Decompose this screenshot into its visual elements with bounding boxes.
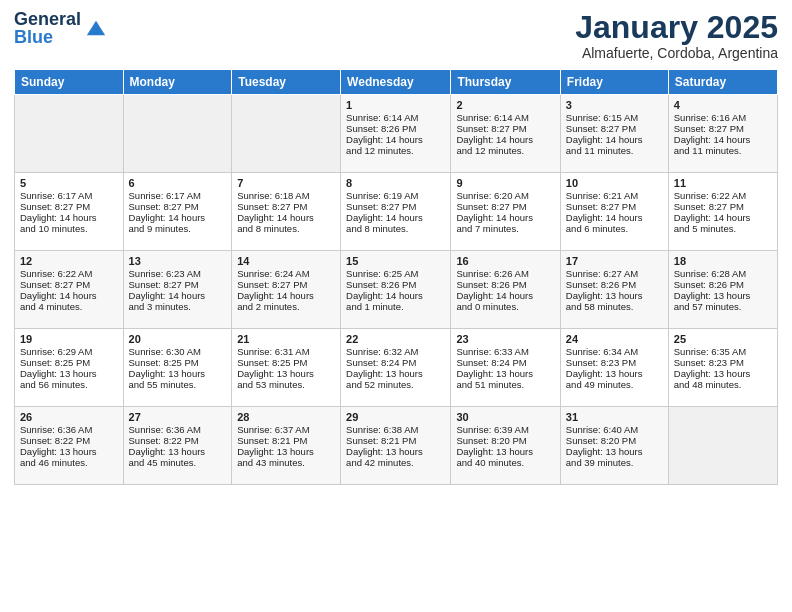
day-info: Sunset: 8:27 PM xyxy=(237,201,335,212)
day-info: Sunrise: 6:32 AM xyxy=(346,346,445,357)
day-info: and 1 minute. xyxy=(346,301,445,312)
calendar-cell: 30Sunrise: 6:39 AMSunset: 8:20 PMDayligh… xyxy=(451,407,560,485)
day-info: Daylight: 13 hours xyxy=(129,446,227,457)
day-info: Sunrise: 6:24 AM xyxy=(237,268,335,279)
day-info: and 48 minutes. xyxy=(674,379,772,390)
day-number: 7 xyxy=(237,177,335,189)
calendar-cell: 10Sunrise: 6:21 AMSunset: 8:27 PMDayligh… xyxy=(560,173,668,251)
day-number: 22 xyxy=(346,333,445,345)
calendar-cell: 24Sunrise: 6:34 AMSunset: 8:23 PMDayligh… xyxy=(560,329,668,407)
day-info: Sunrise: 6:36 AM xyxy=(129,424,227,435)
calendar-cell: 14Sunrise: 6:24 AMSunset: 8:27 PMDayligh… xyxy=(232,251,341,329)
day-number: 19 xyxy=(20,333,118,345)
calendar-week-row: 5Sunrise: 6:17 AMSunset: 8:27 PMDaylight… xyxy=(15,173,778,251)
day-info: Sunrise: 6:14 AM xyxy=(456,112,554,123)
day-number: 8 xyxy=(346,177,445,189)
day-info: Sunrise: 6:21 AM xyxy=(566,190,663,201)
svg-marker-0 xyxy=(87,21,105,36)
calendar-cell: 20Sunrise: 6:30 AMSunset: 8:25 PMDayligh… xyxy=(123,329,232,407)
header-sunday: Sunday xyxy=(15,70,124,95)
day-info: Daylight: 14 hours xyxy=(674,212,772,223)
day-number: 15 xyxy=(346,255,445,267)
day-info: and 12 minutes. xyxy=(456,145,554,156)
day-info: and 42 minutes. xyxy=(346,457,445,468)
calendar-week-row: 19Sunrise: 6:29 AMSunset: 8:25 PMDayligh… xyxy=(15,329,778,407)
calendar-cell: 5Sunrise: 6:17 AMSunset: 8:27 PMDaylight… xyxy=(15,173,124,251)
day-info: Daylight: 13 hours xyxy=(674,290,772,301)
day-info: Sunrise: 6:36 AM xyxy=(20,424,118,435)
day-info: Sunrise: 6:27 AM xyxy=(566,268,663,279)
day-info: Daylight: 13 hours xyxy=(566,290,663,301)
day-number: 24 xyxy=(566,333,663,345)
day-info: Daylight: 14 hours xyxy=(346,212,445,223)
day-info: Sunset: 8:27 PM xyxy=(20,279,118,290)
calendar-cell: 26Sunrise: 6:36 AMSunset: 8:22 PMDayligh… xyxy=(15,407,124,485)
day-number: 3 xyxy=(566,99,663,111)
day-info: and 45 minutes. xyxy=(129,457,227,468)
calendar-week-row: 12Sunrise: 6:22 AMSunset: 8:27 PMDayligh… xyxy=(15,251,778,329)
calendar-cell: 27Sunrise: 6:36 AMSunset: 8:22 PMDayligh… xyxy=(123,407,232,485)
title-block: January 2025 Almafuerte, Cordoba, Argent… xyxy=(575,10,778,61)
day-info: and 8 minutes. xyxy=(346,223,445,234)
day-info: Sunset: 8:27 PM xyxy=(674,201,772,212)
day-info: Sunrise: 6:34 AM xyxy=(566,346,663,357)
day-info: Sunrise: 6:29 AM xyxy=(20,346,118,357)
day-number: 5 xyxy=(20,177,118,189)
day-info: Sunset: 8:26 PM xyxy=(346,123,445,134)
day-info: and 55 minutes. xyxy=(129,379,227,390)
calendar-week-row: 1Sunrise: 6:14 AMSunset: 8:26 PMDaylight… xyxy=(15,95,778,173)
calendar-cell: 3Sunrise: 6:15 AMSunset: 8:27 PMDaylight… xyxy=(560,95,668,173)
day-info: Sunset: 8:27 PM xyxy=(674,123,772,134)
day-info: Daylight: 14 hours xyxy=(20,212,118,223)
day-number: 13 xyxy=(129,255,227,267)
calendar-cell: 9Sunrise: 6:20 AMSunset: 8:27 PMDaylight… xyxy=(451,173,560,251)
day-info: Daylight: 13 hours xyxy=(456,446,554,457)
day-info: Daylight: 14 hours xyxy=(456,134,554,145)
day-info: and 11 minutes. xyxy=(566,145,663,156)
day-number: 20 xyxy=(129,333,227,345)
day-info: Sunset: 8:27 PM xyxy=(129,201,227,212)
day-info: Sunset: 8:27 PM xyxy=(20,201,118,212)
day-number: 11 xyxy=(674,177,772,189)
day-info: Sunset: 8:26 PM xyxy=(566,279,663,290)
day-info: Sunrise: 6:17 AM xyxy=(20,190,118,201)
day-number: 26 xyxy=(20,411,118,423)
day-info: Sunrise: 6:39 AM xyxy=(456,424,554,435)
header-saturday: Saturday xyxy=(668,70,777,95)
day-number: 4 xyxy=(674,99,772,111)
day-number: 14 xyxy=(237,255,335,267)
day-info: Daylight: 14 hours xyxy=(237,212,335,223)
day-info: Daylight: 13 hours xyxy=(20,446,118,457)
calendar-cell xyxy=(668,407,777,485)
calendar-cell: 25Sunrise: 6:35 AMSunset: 8:23 PMDayligh… xyxy=(668,329,777,407)
day-info: Sunrise: 6:22 AM xyxy=(674,190,772,201)
location-subtitle: Almafuerte, Cordoba, Argentina xyxy=(575,45,778,61)
day-info: Sunset: 8:22 PM xyxy=(20,435,118,446)
day-info: Daylight: 13 hours xyxy=(456,368,554,379)
day-info: Daylight: 14 hours xyxy=(129,212,227,223)
day-info: Daylight: 14 hours xyxy=(456,290,554,301)
day-info: Daylight: 14 hours xyxy=(346,134,445,145)
day-info: and 39 minutes. xyxy=(566,457,663,468)
day-info: and 10 minutes. xyxy=(20,223,118,234)
day-info: Daylight: 14 hours xyxy=(20,290,118,301)
day-number: 10 xyxy=(566,177,663,189)
day-info: Sunrise: 6:22 AM xyxy=(20,268,118,279)
day-info: Sunrise: 6:35 AM xyxy=(674,346,772,357)
day-number: 25 xyxy=(674,333,772,345)
day-info: Sunset: 8:27 PM xyxy=(566,201,663,212)
day-info: and 11 minutes. xyxy=(674,145,772,156)
calendar-cell: 7Sunrise: 6:18 AMSunset: 8:27 PMDaylight… xyxy=(232,173,341,251)
day-info: Sunrise: 6:17 AM xyxy=(129,190,227,201)
day-info: and 52 minutes. xyxy=(346,379,445,390)
day-number: 2 xyxy=(456,99,554,111)
calendar-cell: 23Sunrise: 6:33 AMSunset: 8:24 PMDayligh… xyxy=(451,329,560,407)
day-number: 30 xyxy=(456,411,554,423)
day-info: Daylight: 14 hours xyxy=(566,134,663,145)
day-info: Daylight: 14 hours xyxy=(566,212,663,223)
day-info: and 49 minutes. xyxy=(566,379,663,390)
calendar-cell: 8Sunrise: 6:19 AMSunset: 8:27 PMDaylight… xyxy=(341,173,451,251)
calendar-week-row: 26Sunrise: 6:36 AMSunset: 8:22 PMDayligh… xyxy=(15,407,778,485)
day-number: 9 xyxy=(456,177,554,189)
day-info: Daylight: 13 hours xyxy=(674,368,772,379)
